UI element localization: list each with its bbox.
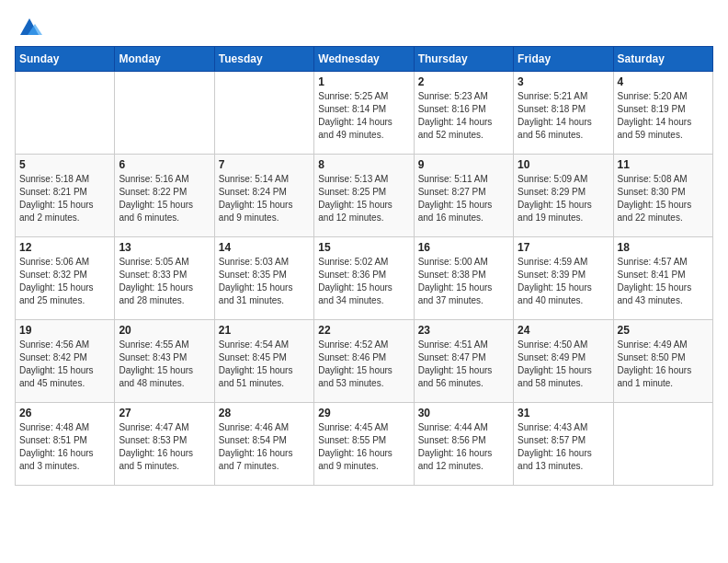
day-number: 27 (119, 407, 210, 419)
day-number: 6 (119, 158, 210, 171)
calendar-cell: 10Sunrise: 5:09 AMSunset: 8:29 PMDayligh… (514, 155, 613, 237)
day-info: Sunrise: 5:20 AMSunset: 8:19 PMDaylight:… (618, 90, 709, 142)
calendar-cell: 13Sunrise: 5:05 AMSunset: 8:33 PMDayligh… (115, 237, 214, 320)
calendar-week-row: 19Sunrise: 4:56 AMSunset: 8:42 PMDayligh… (16, 320, 713, 403)
day-number: 26 (19, 407, 110, 419)
weekday-header-wednesday: Wednesday (314, 47, 414, 72)
day-info: Sunrise: 5:06 AMSunset: 8:32 PMDaylight:… (19, 256, 110, 307)
calendar-cell: 29Sunrise: 4:45 AMSunset: 8:55 PMDayligh… (314, 403, 414, 486)
calendar-cell: 25Sunrise: 4:49 AMSunset: 8:50 PMDayligh… (613, 320, 712, 403)
calendar-week-row: 26Sunrise: 4:48 AMSunset: 8:51 PMDayligh… (16, 403, 713, 486)
day-number: 1 (318, 75, 409, 88)
day-info: Sunrise: 5:02 AMSunset: 8:36 PMDaylight:… (318, 256, 409, 307)
calendar-cell: 5Sunrise: 5:18 AMSunset: 8:21 PMDaylight… (16, 155, 115, 237)
day-number: 12 (19, 241, 110, 254)
day-number: 17 (518, 241, 609, 254)
calendar-cell: 27Sunrise: 4:47 AMSunset: 8:53 PMDayligh… (115, 403, 214, 486)
day-number: 11 (618, 158, 709, 171)
day-info: Sunrise: 5:16 AMSunset: 8:22 PMDaylight:… (119, 173, 210, 224)
calendar-cell: 12Sunrise: 5:06 AMSunset: 8:32 PMDayligh… (16, 237, 115, 320)
day-number: 22 (318, 324, 409, 337)
day-info: Sunrise: 5:11 AMSunset: 8:27 PMDaylight:… (418, 173, 509, 224)
calendar-cell: 26Sunrise: 4:48 AMSunset: 8:51 PMDayligh… (16, 403, 115, 486)
day-info: Sunrise: 5:23 AMSunset: 8:16 PMDaylight:… (418, 90, 509, 142)
day-info: Sunrise: 4:46 AMSunset: 8:54 PMDaylight:… (219, 421, 310, 473)
calendar-cell: 31Sunrise: 4:43 AMSunset: 8:57 PMDayligh… (514, 403, 613, 486)
day-info: Sunrise: 4:49 AMSunset: 8:50 PMDaylight:… (618, 339, 709, 390)
calendar-cell (16, 72, 115, 155)
calendar-cell: 23Sunrise: 4:51 AMSunset: 8:47 PMDayligh… (414, 320, 513, 403)
day-number: 31 (518, 407, 609, 419)
calendar-cell (115, 72, 214, 155)
calendar-table: SundayMondayTuesdayWednesdayThursdayFrid… (15, 46, 713, 486)
calendar-cell: 7Sunrise: 5:14 AMSunset: 8:24 PMDaylight… (214, 155, 313, 237)
day-number: 5 (19, 158, 110, 171)
day-number: 4 (618, 75, 709, 88)
calendar-week-row: 1Sunrise: 5:25 AMSunset: 8:14 PMDaylight… (16, 72, 713, 155)
weekday-header-sunday: Sunday (16, 47, 115, 72)
calendar-cell: 18Sunrise: 4:57 AMSunset: 8:41 PMDayligh… (613, 237, 712, 320)
calendar-cell: 9Sunrise: 5:11 AMSunset: 8:27 PMDaylight… (414, 155, 513, 237)
day-number: 24 (518, 324, 609, 337)
day-info: Sunrise: 4:44 AMSunset: 8:56 PMDaylight:… (418, 421, 509, 473)
day-number: 18 (618, 241, 709, 254)
day-number: 2 (418, 75, 509, 88)
header (15, 15, 713, 40)
calendar-cell (214, 72, 313, 155)
day-info: Sunrise: 5:25 AMSunset: 8:14 PMDaylight:… (318, 90, 409, 142)
calendar-cell: 2Sunrise: 5:23 AMSunset: 8:16 PMDaylight… (414, 72, 513, 155)
weekday-header-monday: Monday (115, 47, 214, 72)
calendar-week-row: 12Sunrise: 5:06 AMSunset: 8:32 PMDayligh… (16, 237, 713, 320)
day-info: Sunrise: 5:09 AMSunset: 8:29 PMDaylight:… (518, 173, 609, 224)
calendar-cell: 21Sunrise: 4:54 AMSunset: 8:45 PMDayligh… (214, 320, 313, 403)
day-number: 16 (418, 241, 509, 254)
calendar-cell: 3Sunrise: 5:21 AMSunset: 8:18 PMDaylight… (514, 72, 613, 155)
day-info: Sunrise: 5:14 AMSunset: 8:24 PMDaylight:… (219, 173, 310, 224)
weekday-header-tuesday: Tuesday (214, 47, 313, 72)
day-number: 28 (219, 407, 310, 419)
calendar-cell: 22Sunrise: 4:52 AMSunset: 8:46 PMDayligh… (314, 320, 414, 403)
day-info: Sunrise: 5:08 AMSunset: 8:30 PMDaylight:… (618, 173, 709, 224)
calendar-cell: 17Sunrise: 4:59 AMSunset: 8:39 PMDayligh… (514, 237, 613, 320)
day-info: Sunrise: 4:51 AMSunset: 8:47 PMDaylight:… (418, 339, 509, 390)
calendar-cell: 1Sunrise: 5:25 AMSunset: 8:14 PMDaylight… (314, 72, 414, 155)
calendar-cell: 19Sunrise: 4:56 AMSunset: 8:42 PMDayligh… (16, 320, 115, 403)
weekday-header-friday: Friday (514, 47, 613, 72)
day-info: Sunrise: 5:05 AMSunset: 8:33 PMDaylight:… (119, 256, 210, 307)
day-info: Sunrise: 4:50 AMSunset: 8:49 PMDaylight:… (518, 339, 609, 390)
day-info: Sunrise: 5:00 AMSunset: 8:38 PMDaylight:… (418, 256, 509, 307)
day-info: Sunrise: 4:48 AMSunset: 8:51 PMDaylight:… (19, 421, 110, 473)
logo-icon (17, 15, 42, 40)
day-info: Sunrise: 4:55 AMSunset: 8:43 PMDaylight:… (119, 339, 210, 390)
weekday-header-saturday: Saturday (613, 47, 712, 72)
day-number: 20 (119, 324, 210, 337)
day-number: 8 (318, 158, 409, 171)
day-number: 19 (19, 324, 110, 337)
day-number: 29 (318, 407, 409, 419)
weekday-header-row: SundayMondayTuesdayWednesdayThursdayFrid… (16, 47, 713, 72)
calendar-cell: 8Sunrise: 5:13 AMSunset: 8:25 PMDaylight… (314, 155, 414, 237)
day-info: Sunrise: 4:52 AMSunset: 8:46 PMDaylight:… (318, 339, 409, 390)
calendar-cell: 15Sunrise: 5:02 AMSunset: 8:36 PMDayligh… (314, 237, 414, 320)
day-info: Sunrise: 4:59 AMSunset: 8:39 PMDaylight:… (518, 256, 609, 307)
day-number: 3 (518, 75, 609, 88)
day-info: Sunrise: 4:43 AMSunset: 8:57 PMDaylight:… (518, 421, 609, 473)
day-info: Sunrise: 4:54 AMSunset: 8:45 PMDaylight:… (219, 339, 310, 390)
day-number: 23 (418, 324, 509, 337)
calendar-week-row: 5Sunrise: 5:18 AMSunset: 8:21 PMDaylight… (16, 155, 713, 237)
calendar-cell: 28Sunrise: 4:46 AMSunset: 8:54 PMDayligh… (214, 403, 313, 486)
day-info: Sunrise: 5:21 AMSunset: 8:18 PMDaylight:… (518, 90, 609, 142)
day-info: Sunrise: 4:47 AMSunset: 8:53 PMDaylight:… (119, 421, 210, 473)
day-number: 21 (219, 324, 310, 337)
weekday-header-thursday: Thursday (414, 47, 513, 72)
calendar-cell (613, 403, 712, 486)
logo (15, 15, 42, 40)
calendar-cell: 4Sunrise: 5:20 AMSunset: 8:19 PMDaylight… (613, 72, 712, 155)
calendar-cell: 11Sunrise: 5:08 AMSunset: 8:30 PMDayligh… (613, 155, 712, 237)
calendar-cell: 20Sunrise: 4:55 AMSunset: 8:43 PMDayligh… (115, 320, 214, 403)
day-info: Sunrise: 4:45 AMSunset: 8:55 PMDaylight:… (318, 421, 409, 473)
day-number: 14 (219, 241, 310, 254)
day-number: 30 (418, 407, 509, 419)
day-number: 9 (418, 158, 509, 171)
day-number: 15 (318, 241, 409, 254)
